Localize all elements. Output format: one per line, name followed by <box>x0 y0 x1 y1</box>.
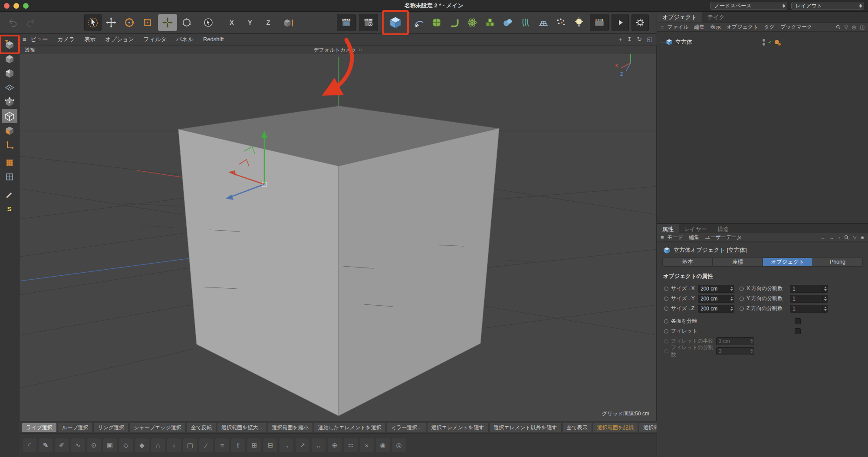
spline-pen-button[interactable] <box>410 14 427 31</box>
live-selection-button[interactable]: ライブ選択 <box>22 423 57 432</box>
iron-tool-icon[interactable]: ◎ <box>392 438 406 452</box>
metaball-button[interactable] <box>499 14 516 31</box>
viewport-menu-panel[interactable]: パネル <box>176 36 194 43</box>
render-settings-button[interactable] <box>359 14 378 31</box>
keyframe-dot[interactable] <box>664 297 668 301</box>
keyframe-dot[interactable] <box>740 307 744 311</box>
cube-face-left[interactable] <box>178 129 339 416</box>
filter-icon[interactable]: ▽ <box>845 24 848 30</box>
panel-icon[interactable]: ◫ <box>860 24 865 30</box>
live-selection-tool-button[interactable] <box>84 14 102 31</box>
mirror-selection-button[interactable]: ミラー選択... <box>387 423 426 432</box>
snap-toggle-button[interactable]: S <box>2 202 17 216</box>
pen-tool-icon[interactable]: ✎ <box>39 438 53 452</box>
points-mode-button[interactable] <box>2 95 17 109</box>
viewport-menu-camera[interactable]: カメラ <box>57 36 75 43</box>
render-play-button[interactable] <box>612 14 629 31</box>
om-menu-objects[interactable]: オブジェクト <box>727 23 759 31</box>
workplane-mode-button[interactable] <box>2 80 17 95</box>
matrix-extrude-icon[interactable]: ⊟ <box>263 438 277 452</box>
extrude-tool-icon[interactable]: ⇧ <box>231 438 245 452</box>
preferences-button[interactable] <box>631 14 649 31</box>
texture-axis-mode-button[interactable] <box>2 155 17 170</box>
axis-mode-button[interactable] <box>2 137 17 152</box>
am-hamburger-icon[interactable]: ≡ <box>661 234 664 241</box>
rotate-tool-button[interactable] <box>121 14 138 31</box>
viewport-menu-filter[interactable]: フィルタ <box>144 36 167 43</box>
perspective-viewport[interactable]: 透視 デフォルトカメラ∷ <box>19 45 657 421</box>
viewport-menu-display[interactable]: 表示 <box>84 36 95 43</box>
normal-move-icon[interactable]: ↗ <box>296 438 309 452</box>
bridge-tool-icon[interactable]: ∩ <box>151 438 165 452</box>
record-selection-button[interactable]: 選択範囲を記録 <box>593 423 638 432</box>
close-hole-icon[interactable]: + <box>167 438 181 452</box>
hair-button[interactable] <box>517 14 534 31</box>
visibility-toggle-dots[interactable] <box>763 39 765 46</box>
move-tool-button[interactable] <box>102 14 120 31</box>
knife-tool-icon[interactable]: ∕ <box>199 438 213 452</box>
loop-selection-button[interactable]: ループ選択 <box>58 423 93 432</box>
om-menu-view[interactable]: 表示 <box>710 23 721 31</box>
om-hamburger-icon[interactable]: ≡ <box>661 24 664 30</box>
make-editable-button[interactable] <box>2 37 17 52</box>
bend-generator-button[interactable] <box>446 14 463 31</box>
keyframe-dot[interactable] <box>664 307 668 311</box>
target-icon[interactable]: ◎ <box>852 24 856 30</box>
undo-button[interactable] <box>4 14 22 31</box>
scene-canvas[interactable]: Y X Z <box>20 46 657 421</box>
object-properties-header[interactable]: オブジェクトの属性 <box>663 273 868 280</box>
object-tree[interactable]: 立方体 ✓ <box>657 32 868 223</box>
tab-basic[interactable]: 基本 <box>662 258 713 267</box>
phong-tag-icon[interactable] <box>775 40 779 44</box>
size-x-input[interactable] <box>698 286 729 292</box>
om-menu-file[interactable]: ファイル <box>667 23 689 31</box>
select-connected-button[interactable]: 連結したエレメントを選択 <box>314 423 386 432</box>
zoom-window-button[interactable] <box>23 3 29 9</box>
toggle-views-icon[interactable]: ◱ <box>647 36 652 42</box>
bevel-tool-icon[interactable]: ◆ <box>135 438 149 452</box>
render-view-button[interactable] <box>337 14 356 31</box>
frame-view-icon[interactable]: ↧ <box>627 36 632 42</box>
selection-circle-tool-button[interactable] <box>200 14 217 31</box>
filter-icon[interactable]: ▽ <box>853 235 856 240</box>
segments-y-input[interactable] <box>790 296 822 302</box>
om-menu-tags[interactable]: タグ <box>764 23 775 31</box>
slide-tool-icon[interactable]: ↔ <box>312 438 326 452</box>
tab-phong[interactable]: Phong <box>813 258 863 267</box>
floor-button[interactable] <box>535 14 552 31</box>
segments-z-input[interactable] <box>790 306 822 312</box>
search-icon[interactable] <box>836 25 841 29</box>
texture-mode-button[interactable] <box>2 66 17 80</box>
model-mode-button[interactable] <box>2 52 17 66</box>
new-panel-icon[interactable]: ⊞ <box>861 235 865 240</box>
am-menu-userdata[interactable]: ユーザーデータ <box>705 234 742 241</box>
separate-surfaces-checkbox[interactable] <box>795 318 801 324</box>
keyframe-dot[interactable] <box>664 329 668 333</box>
layout-dropdown[interactable]: レイアウト <box>791 2 864 10</box>
history-back-icon[interactable]: ← <box>821 235 825 240</box>
keyframe-dot[interactable] <box>740 297 744 301</box>
tab-takes[interactable]: テイク <box>702 12 730 23</box>
om-menu-bookmarks[interactable]: ブックマーク <box>780 23 812 31</box>
keyframe-dot[interactable] <box>664 319 668 323</box>
cube-object[interactable] <box>178 106 499 416</box>
shrink-selection-button[interactable]: 選択範囲を縮小 <box>268 423 313 432</box>
x-axis-lock-button[interactable]: X <box>224 15 240 30</box>
arc-tool-icon[interactable]: ◜ <box>23 438 36 452</box>
close-window-button[interactable] <box>4 3 10 9</box>
am-menu-mode[interactable]: モード <box>667 234 684 241</box>
fillet-checkbox[interactable] <box>795 328 801 334</box>
cube-face-right[interactable] <box>339 128 499 416</box>
collapse-tool-icon[interactable]: × <box>360 438 374 452</box>
z-axis-lock-button[interactable]: Z <box>260 15 276 30</box>
hide-selected-button[interactable]: 選択エレメントを隠す <box>427 423 489 432</box>
size-x-stepper[interactable] <box>729 285 734 292</box>
inner-extrude-icon[interactable]: ⊞ <box>247 438 261 452</box>
nodespace-dropdown[interactable]: ノードスペース <box>710 2 787 10</box>
plane-cut-icon[interactable]: ≡ <box>215 438 229 452</box>
coordinate-system-button[interactable] <box>279 14 297 31</box>
history-forward-icon[interactable]: → <box>829 235 834 240</box>
create-polygon-icon[interactable]: ◇ <box>119 438 133 452</box>
rotate-camera-tool-button[interactable] <box>178 14 195 31</box>
smooth-shift-icon[interactable]: → <box>279 438 293 452</box>
